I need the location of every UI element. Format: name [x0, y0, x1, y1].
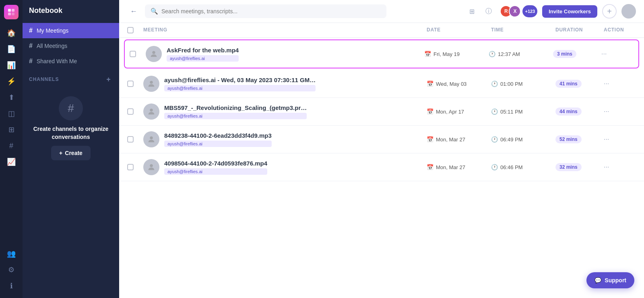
back-button[interactable]: ← — [127, 5, 140, 18]
plus-icon: + — [59, 150, 62, 156]
meeting-tag-2: ayush@fireflies.ai — [164, 113, 307, 119]
hashtag-icon[interactable]: # — [4, 139, 19, 153]
meeting-title-3: 8489238-44100-2-6ead23dd3f4d9.mp3 — [164, 132, 272, 139]
create-label: Create — [65, 150, 83, 156]
info-toolbar-icon[interactable]: ⓘ — [482, 5, 495, 18]
meeting-title-0: AskFred for the web.mp4 — [167, 47, 239, 54]
clock-icon-0: 🕐 — [489, 51, 495, 57]
clock-icon-3: 🕐 — [491, 136, 498, 143]
support-chat-icon: 💬 — [594, 277, 601, 284]
date-value-0: Fri, May 19 — [433, 51, 460, 57]
info-icon[interactable]: ℹ — [4, 279, 19, 293]
action-menu-2[interactable]: ··· — [604, 108, 609, 115]
support-button[interactable]: 💬 Support — [586, 272, 634, 288]
clock-icon-2: 🕐 — [491, 108, 498, 115]
upload-icon[interactable]: ⬆ — [4, 90, 19, 105]
action-cell-1: ··· — [604, 80, 636, 87]
select-all-checkbox[interactable] — [127, 27, 134, 33]
duration-cell-4: 32 mins — [555, 163, 604, 171]
row-checkbox-4[interactable] — [127, 164, 134, 170]
header-meeting: MEETING — [143, 27, 427, 33]
date-cell-4: 📅 Mon, Mar 27 — [427, 164, 491, 170]
date-cell-2: 📅 Mon, Apr 17 — [427, 108, 491, 115]
date-cell-3: 📅 Mon, Mar 27 — [427, 136, 491, 143]
action-cell-0: ··· — [601, 50, 634, 58]
meeting-avatar-3 — [143, 131, 159, 147]
toolbar: ← 🔍 ⊞ ⓘ R X +123 Invite Coworkers + — [119, 0, 644, 23]
channels-add-button[interactable]: + — [105, 75, 113, 83]
meeting-cell-1: ayush@fireflies.ai - Wed, 03 May 2023 07… — [143, 76, 427, 92]
channels-section: CHANNELS + — [23, 69, 119, 87]
action-menu-1[interactable]: ··· — [604, 80, 609, 87]
row-checkbox-2[interactable] — [127, 108, 134, 115]
action-menu-0[interactable]: ··· — [601, 50, 607, 57]
table-row[interactable]: 8489238-44100-2-6ead23dd3f4d9.mp3 ayush@… — [119, 126, 644, 153]
row-checkbox-1[interactable] — [127, 81, 134, 87]
lightning-icon[interactable]: ⚡ — [4, 74, 19, 89]
action-menu-3[interactable]: ··· — [604, 136, 609, 143]
sidebar-item-label-my-meetings: My Meetings — [37, 27, 68, 34]
chart-icon[interactable]: 📊 — [4, 58, 19, 72]
people-icon[interactable]: 👥 — [4, 246, 19, 261]
date-value-4: Mon, Mar 27 — [436, 164, 465, 170]
table-body: AskFred for the web.mp4 ayush@fireflies.… — [119, 39, 644, 181]
user-avatar[interactable] — [621, 4, 636, 19]
date-value-3: Mon, Mar 27 — [436, 137, 465, 143]
app-logo[interactable] — [4, 5, 19, 19]
meeting-title-4: 4098504-44100-2-74d0593fe876.mp4 — [164, 160, 267, 167]
bar-chart-icon[interactable]: 📈 — [4, 155, 19, 169]
search-input[interactable] — [161, 8, 381, 14]
table-row[interactable]: AskFred for the web.mp4 ayush@fireflies.… — [124, 39, 639, 68]
meeting-tag-0: ayush@fireflies.ai — [167, 55, 239, 62]
channels-promo: # Create channels to organize conversati… — [23, 87, 119, 170]
time-cell-1: 🕐 01:00 PM — [491, 81, 555, 87]
row-checkbox-3[interactable] — [127, 136, 134, 143]
invite-label: Invite Coworkers — [549, 8, 591, 14]
calendar-icon-3: 📅 — [427, 136, 433, 143]
channels-promo-icon: # — [59, 96, 83, 120]
sidebar-title: Notebook — [23, 6, 119, 23]
time-value-0: 12:37 AM — [498, 51, 520, 57]
sidebar-item-shared-with-me[interactable]: # Shared With Me — [23, 54, 119, 69]
table-header: MEETING DATE TIME DURATION ACTION — [119, 23, 644, 38]
sidebar-item-all-meetings[interactable]: # All Meetings — [23, 38, 119, 54]
table-row[interactable]: 4098504-44100-2-74d0593fe876.mp4 ayush@f… — [119, 153, 644, 181]
table-row[interactable]: MBS597_-_Revolutionizing_Scaling_(getmp3… — [119, 98, 644, 126]
avatar-group: R X +123 — [500, 5, 537, 17]
action-cell-2: ··· — [604, 108, 636, 115]
svg-point-6 — [150, 109, 153, 112]
calendar-icon-1: 📅 — [427, 81, 433, 87]
search-icon: 🔍 — [151, 8, 158, 15]
grid-view-icon[interactable]: ⊞ — [465, 5, 478, 18]
header-time: TIME — [491, 27, 555, 33]
time-value-3: 06:49 PM — [500, 137, 523, 143]
icon-rail: 🏠 📄 📊 ⚡ ⬆ ◫ ⊞ # 📈 👥 ⚙ ℹ — [0, 0, 23, 298]
table-row[interactable]: ayush@fireflies.ai - Wed, 03 May 2023 07… — [119, 70, 644, 98]
time-value-4: 06:46 PM — [500, 164, 523, 170]
time-cell-3: 🕐 06:49 PM — [491, 136, 555, 143]
action-menu-4[interactable]: ··· — [604, 163, 609, 170]
svg-point-5 — [150, 81, 153, 84]
action-cell-4: ··· — [604, 163, 636, 171]
row-checkbox-0[interactable] — [130, 51, 136, 57]
invite-coworkers-button[interactable]: Invite Coworkers — [542, 5, 597, 18]
svg-point-4 — [152, 51, 155, 54]
meeting-info-4: 4098504-44100-2-74d0593fe876.mp4 ayush@f… — [164, 160, 267, 175]
add-button[interactable]: + — [602, 4, 617, 19]
hash-icon-shared: # — [29, 58, 33, 65]
settings-icon[interactable]: ⚙ — [4, 263, 19, 277]
sidebar-item-my-meetings[interactable]: # My Meetings — [23, 23, 119, 38]
notes-icon[interactable]: 📄 — [4, 42, 19, 56]
layers-icon[interactable]: ◫ — [4, 106, 19, 121]
date-value-1: Wed, May 03 — [436, 81, 466, 87]
grid-icon[interactable]: ⊞ — [4, 122, 19, 137]
duration-badge-1: 41 mins — [555, 80, 582, 88]
home-icon[interactable]: 🏠 — [4, 26, 19, 40]
svg-point-8 — [150, 164, 153, 167]
create-channel-button[interactable]: + Create — [51, 146, 91, 160]
toolbar-icons: ⊞ ⓘ — [465, 5, 495, 18]
meeting-tag-4: ayush@fireflies.ai — [164, 168, 267, 175]
duration-badge-0: 3 mins — [553, 50, 576, 58]
avatar-count: +123 — [522, 5, 537, 17]
meetings-table: MEETING DATE TIME DURATION ACTION AskFre… — [119, 23, 644, 298]
